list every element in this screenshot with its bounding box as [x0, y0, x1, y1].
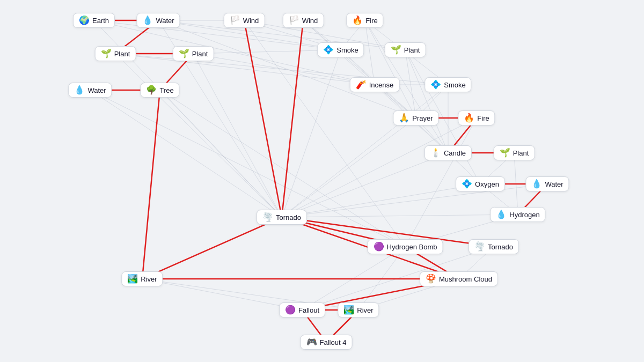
- node-hydrogen[interactable]: 💧Hydrogen: [490, 207, 545, 222]
- node-icon-plant1: 🌱: [101, 49, 112, 58]
- node-icon-plant2: 🌱: [179, 49, 189, 58]
- node-icon-wind1: 🏳️: [230, 16, 240, 25]
- node-fire1[interactable]: 🔥Fire: [346, 13, 383, 28]
- node-label-river2: River: [357, 306, 373, 314]
- node-icon-river1: 🏞️: [127, 275, 138, 283]
- node-fire2[interactable]: 🔥Fire: [458, 110, 495, 125]
- svg-line-25: [90, 90, 282, 217]
- node-river1[interactable]: 🏞️River: [121, 271, 163, 286]
- node-icon-water3: 💧: [531, 180, 542, 188]
- node-wind1[interactable]: 🏳️Wind: [224, 13, 265, 28]
- node-label-oxygen: Oxygen: [475, 180, 499, 188]
- node-smoke1[interactable]: 💠Smoke: [317, 42, 364, 57]
- node-label-hydrogen_bomb: Hydrogen Bomb: [387, 243, 437, 251]
- node-label-smoke2: Smoke: [444, 81, 465, 89]
- node-label-plant1: Plant: [114, 50, 130, 58]
- graph-container: 🌍Earth💧Water🏳️Wind🏳️Wind🔥Fire🌱Plant🌱Plan…: [0, 0, 644, 362]
- node-icon-wind2: 🏳️: [289, 16, 299, 25]
- node-icon-fallout4: 🎮: [306, 338, 317, 346]
- svg-line-32: [405, 50, 416, 118]
- node-icon-smoke1: 💠: [323, 46, 334, 54]
- node-label-plant2: Plant: [192, 50, 208, 58]
- node-tree[interactable]: 🌳Tree: [140, 83, 179, 98]
- svg-line-21: [115, 54, 282, 217]
- svg-line-57: [358, 247, 405, 310]
- node-icon-water2: 💧: [74, 86, 85, 94]
- svg-line-33: [405, 50, 448, 153]
- node-label-fallout4: Fallout 4: [320, 338, 347, 346]
- node-water1[interactable]: 💧Water: [136, 13, 180, 28]
- node-label-prayer: Prayer: [412, 114, 433, 122]
- svg-line-17: [365, 20, 416, 118]
- node-icon-prayer: 🙏: [399, 114, 409, 122]
- node-prayer[interactable]: 🙏Prayer: [393, 110, 438, 125]
- svg-line-13: [303, 20, 416, 118]
- node-fallout4[interactable]: 🎮Fallout 4: [301, 335, 353, 350]
- node-label-incense: Incense: [369, 81, 394, 89]
- node-icon-plant3: 🌱: [391, 46, 401, 54]
- node-icon-smoke2: 💠: [430, 80, 441, 89]
- node-tornado2[interactable]: 🌪️Tornado: [469, 239, 519, 254]
- svg-line-56: [302, 247, 405, 310]
- node-label-wind1: Wind: [243, 17, 259, 25]
- svg-line-26: [90, 90, 405, 247]
- node-label-earth: Earth: [92, 17, 109, 25]
- node-icon-plant4: 🌱: [500, 149, 510, 157]
- svg-line-19: [115, 54, 375, 85]
- node-label-wind2: Wind: [302, 17, 318, 25]
- node-label-fallout1: Fallout: [298, 306, 319, 314]
- svg-line-27: [160, 90, 282, 217]
- node-icon-hydrogen_bomb: 🟣: [374, 242, 384, 251]
- node-plant2[interactable]: 🌱Plant: [173, 46, 214, 61]
- node-icon-fire1: 🔥: [352, 16, 363, 25]
- node-water3[interactable]: 💧Water: [525, 176, 569, 191]
- node-label-water3: Water: [545, 180, 563, 188]
- node-plant3[interactable]: 🌱Plant: [385, 42, 426, 57]
- svg-line-23: [193, 54, 375, 85]
- svg-line-30: [341, 50, 448, 153]
- svg-line-43: [282, 118, 477, 217]
- node-plant1[interactable]: 🌱Plant: [95, 46, 136, 61]
- node-incense[interactable]: 🧨Incense: [350, 77, 400, 92]
- node-icon-oxygen: 💠: [462, 180, 472, 188]
- node-earth[interactable]: 🌍Earth: [73, 13, 115, 28]
- node-hydrogen_bomb[interactable]: 🟣Hydrogen Bomb: [368, 239, 443, 254]
- svg-line-6: [158, 20, 416, 118]
- node-icon-tornado1: 🌪️: [262, 213, 273, 221]
- node-smoke2[interactable]: 💠Smoke: [425, 77, 471, 92]
- node-icon-fire2: 🔥: [464, 114, 474, 122]
- node-icon-hydrogen: 💧: [496, 210, 507, 219]
- node-icon-river2: 🏞️: [343, 306, 354, 314]
- node-tornado1[interactable]: 🌪️Tornado: [257, 210, 307, 225]
- node-river2[interactable]: 🏞️River: [338, 302, 379, 317]
- svg-line-31: [282, 50, 341, 217]
- svg-line-46: [282, 153, 448, 217]
- node-icon-mushroom_cloud: 🍄: [426, 275, 436, 283]
- node-fallout1[interactable]: 🟣Fallout: [279, 302, 325, 317]
- svg-line-68: [244, 20, 282, 217]
- svg-line-24: [193, 54, 282, 217]
- node-water2[interactable]: 💧Water: [68, 83, 112, 98]
- node-plant4[interactable]: 🌱Plant: [494, 145, 535, 160]
- svg-line-40: [282, 85, 448, 217]
- node-label-candle: Candle: [444, 149, 466, 157]
- node-mushroom_cloud[interactable]: 🍄Mushroom Cloud: [420, 271, 498, 286]
- node-label-river1: River: [141, 275, 157, 283]
- node-icon-tornado2: 🌪️: [474, 242, 485, 251]
- node-icon-tree: 🌳: [146, 86, 157, 94]
- node-icon-incense: 🧨: [356, 80, 367, 89]
- node-label-mushroom_cloud: Mushroom Cloud: [439, 275, 492, 283]
- node-label-hydrogen: Hydrogen: [509, 211, 539, 219]
- svg-line-48: [514, 153, 518, 215]
- node-icon-fallout1: 🟣: [285, 306, 296, 314]
- node-wind2[interactable]: 🏳️Wind: [283, 13, 324, 28]
- node-oxygen[interactable]: 💠Oxygen: [456, 176, 505, 191]
- node-label-water1: Water: [156, 17, 174, 25]
- node-label-fire2: Fire: [477, 114, 489, 122]
- node-label-tree: Tree: [159, 86, 173, 94]
- node-icon-water1: 💧: [142, 16, 153, 25]
- node-candle[interactable]: 🕯️Candle: [425, 145, 472, 160]
- node-label-plant3: Plant: [404, 46, 420, 54]
- node-label-smoke1: Smoke: [336, 46, 358, 54]
- svg-line-66: [142, 90, 160, 279]
